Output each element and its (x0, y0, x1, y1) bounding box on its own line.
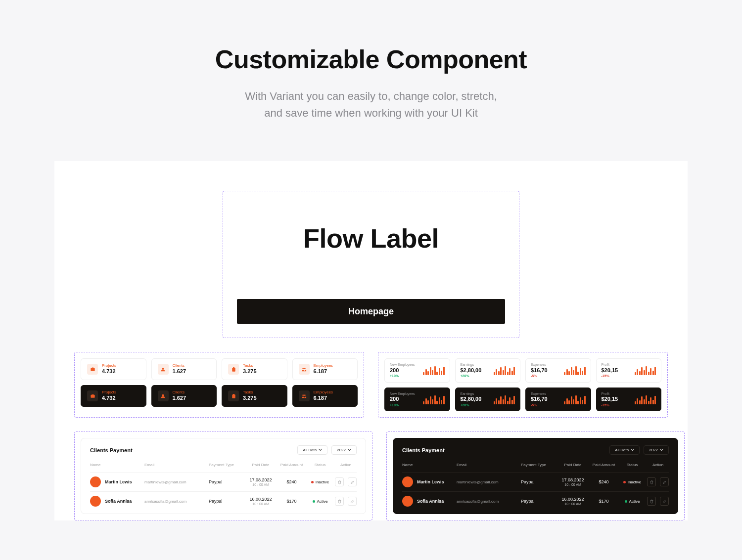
delete-button[interactable] (335, 477, 344, 486)
metric-card-expenses[interactable]: Expenses$16,70-5% (525, 358, 591, 383)
edit-button[interactable] (348, 497, 357, 506)
metric-card-profit[interactable]: Profit$20,15-15% (596, 358, 662, 383)
status-badge: Inactive (623, 480, 642, 484)
stat-cards-frame[interactable]: Projects4.732Clients1.627Tasks3.275Emplo… (74, 352, 364, 418)
metric-card-profit[interactable]: Profit$20,15-15% (596, 388, 662, 412)
sparkline-chart (423, 365, 445, 375)
filter-year-dropdown[interactable]: 2022 (331, 445, 357, 455)
metric-card-expenses[interactable]: Expenses$16,70-5% (525, 388, 591, 412)
stat-label: Tasks (243, 364, 257, 368)
avatar (402, 496, 413, 507)
stat-label: Clients (173, 390, 186, 395)
metric-change: +10% (390, 374, 415, 378)
stat-label: Projects (102, 390, 116, 395)
metric-label: Profit (602, 392, 618, 396)
metric-card-earnings[interactable]: Earnings$2,80,00+20% (455, 358, 521, 383)
chevron-down-icon (319, 449, 322, 452)
table-row[interactable]: Martin Lewismartinlewis@gmail.comPaypal1… (90, 472, 357, 491)
edit-button[interactable] (660, 477, 669, 486)
stat-card-employees[interactable]: Employees6.187 (292, 358, 358, 380)
filter-year-dropdown[interactable]: 2022 (644, 445, 669, 455)
sparkline-chart (564, 365, 586, 375)
client-email: martinlewis@gmail.com (144, 480, 209, 484)
metric-card-earnings[interactable]: Earnings$2,80,00+20% (455, 388, 521, 412)
paid-date: 17.08.2022 (249, 477, 272, 483)
paid-time: 10 : 00 AM (564, 502, 581, 506)
stat-card-projects[interactable]: Projects4.732 (81, 358, 146, 380)
page-title: Customizable Component (0, 44, 742, 74)
stat-card-projects[interactable]: Projects4.732 (81, 385, 146, 407)
client-email: annisasofia@gmail.com (144, 499, 209, 504)
stat-label: Tasks (243, 390, 257, 395)
metric-cards-frame[interactable]: New Employees200+10%Earnings$2,80,00+20%… (378, 352, 668, 418)
payment-table-light-frame[interactable]: Clients PaymentAll Data2022NameEmailPaym… (74, 431, 372, 520)
homepage-button[interactable]: Homepage (237, 299, 505, 324)
status-badge: Active (625, 499, 640, 504)
payment-type: Paypal (521, 479, 556, 484)
flow-label-frame[interactable]: Flow Label Homepage (223, 191, 519, 338)
metric-change: -5% (531, 403, 548, 407)
paid-amount: $170 (278, 499, 305, 504)
delete-button[interactable] (335, 497, 344, 506)
metric-value: 200 (390, 396, 415, 402)
users-icon (158, 364, 169, 375)
page-subtitle: With Variant you can easily to, change c… (0, 88, 742, 122)
stat-value: 4.732 (102, 368, 116, 375)
delete-button[interactable] (647, 477, 656, 486)
stat-card-tasks[interactable]: Tasks3.275 (222, 385, 287, 407)
table-row[interactable]: Sofia Annisaannisasofia@gmail.comPaypal1… (402, 491, 669, 511)
paid-date: 17.08.2022 (561, 477, 584, 483)
stat-label: Clients (173, 364, 186, 368)
stat-value: 3.275 (243, 368, 257, 375)
metric-value: $2,80,00 (461, 396, 482, 402)
people-icon (299, 390, 310, 401)
status-badge: Inactive (311, 480, 329, 484)
avatar (90, 476, 101, 487)
edit-button[interactable] (660, 497, 669, 506)
stat-label: Employees (314, 364, 333, 368)
metric-value: 200 (390, 367, 415, 374)
table-title: Clients Payment (402, 447, 445, 453)
filter-data-dropdown[interactable]: All Data (297, 445, 327, 455)
sparkline-chart (494, 365, 515, 375)
metric-label: Profit (602, 363, 618, 367)
avatar (90, 496, 101, 507)
paid-time: 10 : 00 AM (252, 502, 269, 506)
stat-value: 6.187 (314, 395, 333, 401)
people-icon (299, 364, 310, 375)
metric-change: -15% (602, 374, 618, 378)
table-row[interactable]: Sofia Annisaannisasofia@gmail.comPaypal1… (90, 491, 357, 511)
clipboard-icon (228, 390, 239, 401)
metric-label: Expenses (531, 392, 548, 396)
sparkline-chart (635, 394, 656, 404)
stat-card-tasks[interactable]: Tasks3.275 (222, 358, 287, 380)
payment-type: Paypal (209, 479, 243, 484)
client-name: Sofia Annisa (417, 499, 444, 504)
filter-data-dropdown[interactable]: All Data (609, 445, 640, 455)
sparkline-chart (635, 365, 656, 375)
paid-time: 10 : 00 AM (564, 483, 581, 487)
metric-card-new-employees[interactable]: New Employees200+10% (384, 358, 450, 383)
stat-value: 3.275 (243, 395, 257, 401)
payment-table-dark-frame[interactable]: Clients PaymentAll Data2022NameEmailPaym… (386, 431, 685, 520)
table-row[interactable]: Martin Lewismartinlewis@gmail.comPaypal1… (402, 472, 669, 491)
delete-button[interactable] (647, 497, 656, 506)
stat-value: 6.187 (314, 368, 333, 375)
edit-button[interactable] (348, 477, 357, 486)
stat-label: Employees (314, 390, 333, 395)
metric-change: +20% (461, 374, 482, 378)
stat-card-employees[interactable]: Employees6.187 (292, 385, 358, 407)
preview-canvas: Flow Label Homepage Projects4.732Clients… (54, 161, 688, 520)
client-email: martinlewis@gmail.com (457, 480, 521, 484)
metric-card-new-employees[interactable]: New Employees200+10% (384, 388, 450, 412)
briefcase-icon (87, 390, 98, 401)
metric-value: $2,80,00 (461, 367, 482, 374)
stat-card-clients[interactable]: Clients1.627 (151, 358, 217, 380)
metric-change: +20% (461, 403, 482, 407)
metric-label: Expenses (531, 363, 548, 367)
paid-date: 16.08.2022 (561, 497, 584, 502)
stat-value: 1.627 (173, 368, 186, 375)
metric-change: -5% (531, 374, 548, 378)
client-name: Martin Lewis (105, 479, 132, 484)
stat-card-clients[interactable]: Clients1.627 (151, 385, 217, 407)
